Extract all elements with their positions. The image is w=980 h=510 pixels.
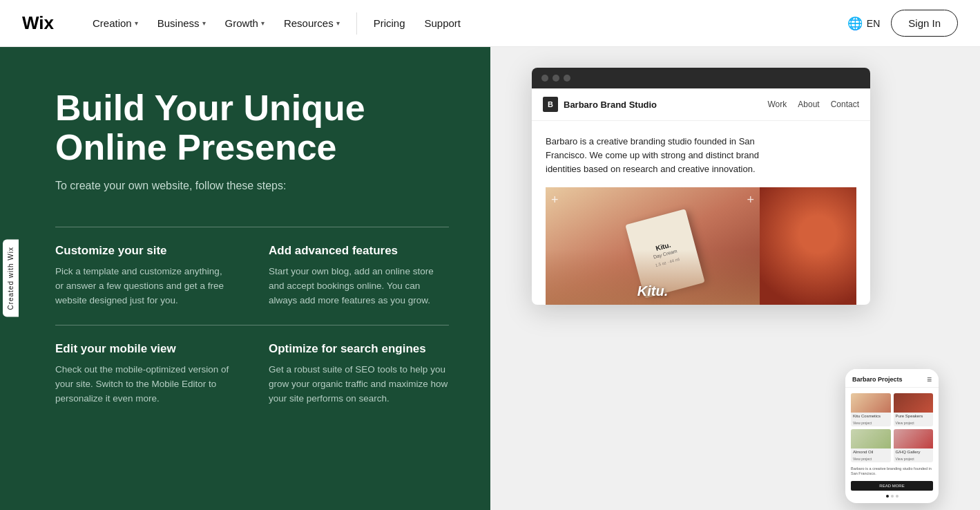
browser-dot-yellow xyxy=(553,75,559,82)
mobile-project-almond: Almond Oil View project xyxy=(851,429,891,462)
site-logo-box: B xyxy=(543,97,558,112)
plus-icon-left: + xyxy=(551,193,559,207)
feature-advanced: Add advanced features Start your own blo… xyxy=(252,227,449,325)
feature-seo: Optimize for search engines Get a robust… xyxy=(252,325,449,423)
feature-customize: Customize your site Pick a template and … xyxy=(55,227,252,325)
project-image-3 xyxy=(851,429,891,448)
project-label-2: Pure Speakers xyxy=(894,413,934,421)
project-label-1: Kitu Cosmetics xyxy=(851,413,891,421)
hamburger-icon: ≡ xyxy=(927,375,932,384)
feature-title: Customize your site xyxy=(55,244,230,258)
project-image-4 xyxy=(894,429,934,448)
nav-business[interactable]: Business ▾ xyxy=(149,12,214,35)
feature-desc: Check out the mobile-optimized version o… xyxy=(55,363,230,406)
site-images: + + Kitu. Day Cream 1.5 oz · 44 ml Kitu. xyxy=(546,187,856,305)
browser-dot-red xyxy=(541,75,548,82)
sign-in-button[interactable]: Sign In xyxy=(891,10,958,37)
project-link-4: View project xyxy=(894,457,934,462)
side-badge: Created with Wix xyxy=(3,240,19,317)
chevron-down-icon: ▾ xyxy=(336,19,340,27)
mobile-bio: Barbaro is a creative branding studio fo… xyxy=(851,466,933,477)
nav-divider xyxy=(356,12,357,35)
hero-panel: Created with Wix Build Your Unique Onlin… xyxy=(0,47,490,510)
main-layout: Created with Wix Build Your Unique Onlin… xyxy=(0,47,980,510)
feature-desc: Get a robust suite of SEO tools to help … xyxy=(269,363,449,406)
chevron-down-icon: ▾ xyxy=(135,19,138,27)
svg-text:Wix: Wix xyxy=(22,12,55,32)
logo[interactable]: Wix xyxy=(22,12,62,35)
side-badge-container: Created with Wix xyxy=(0,47,21,510)
plus-icon-right: + xyxy=(747,193,754,207)
hero-title: Build Your Unique Online Presence xyxy=(55,88,414,167)
site-main-image: + + Kitu. Day Cream 1.5 oz · 44 ml Kitu. xyxy=(546,187,760,305)
browser-dot-green xyxy=(564,75,570,82)
feature-mobile: Edit your mobile view Check out the mobi… xyxy=(55,325,252,423)
browser-bar xyxy=(532,68,870,88)
language-selector[interactable]: 🌐 EN xyxy=(847,16,880,31)
mobile-project-kitu: Kitu Cosmetics View project xyxy=(851,393,891,426)
chevron-down-icon: ▾ xyxy=(202,19,206,27)
nav-right: 🌐 EN Sign In xyxy=(847,10,958,37)
nav-pricing[interactable]: Pricing xyxy=(365,12,414,35)
nav-support[interactable]: Support xyxy=(416,12,470,35)
site-nav-work: Work xyxy=(768,100,787,109)
dot-2 xyxy=(891,495,894,498)
browser-mockup: B Barbaro Brand Studio Work About Contac… xyxy=(532,68,870,305)
features-grid: Customize your site Pick a template and … xyxy=(55,227,449,423)
nav-creation[interactable]: Creation ▾ xyxy=(84,12,146,35)
nav-resources[interactable]: Resources ▾ xyxy=(276,12,348,35)
preview-panel: B Barbaro Brand Studio Work About Contac… xyxy=(490,47,980,510)
feature-desc: Start your own blog, add an online store… xyxy=(269,265,449,308)
feature-title: Add advanced features xyxy=(269,244,449,258)
site-nav-contact: Contact xyxy=(831,100,859,109)
mobile-dots xyxy=(851,495,933,498)
site-nav-links: Work About Contact xyxy=(768,100,860,109)
project-label-3: Almond Oil xyxy=(851,448,891,457)
mobile-projects-grid: Kitu Cosmetics View project Pure Speaker… xyxy=(851,393,933,462)
project-link-3: View project xyxy=(851,457,891,462)
site-brand-name: Barbaro Brand Studio xyxy=(564,100,657,110)
hero-subtitle: To create your own website, follow these… xyxy=(55,180,449,192)
mobile-project-speakers: Pure Speakers View project xyxy=(894,393,934,426)
project-label-4: G/HQ Gallery xyxy=(894,448,934,457)
site-nav-about: About xyxy=(798,100,819,109)
site-nav: B Barbaro Brand Studio Work About Contac… xyxy=(532,88,870,121)
decorative-circles xyxy=(760,187,856,305)
mobile-project-ghq: G/HQ Gallery View project xyxy=(894,429,934,462)
nav-links: Creation ▾ Business ▾ Growth ▾ Resources… xyxy=(84,12,847,35)
globe-icon: 🌐 xyxy=(847,16,863,31)
project-image-1 xyxy=(851,393,891,413)
kitu-caption: Kitu. xyxy=(546,249,760,305)
mobile-brand-name: Barbaro Projects xyxy=(852,376,903,383)
site-tagline: Barbaro is a creative branding studio fo… xyxy=(546,135,767,176)
dot-1 xyxy=(886,495,889,498)
dot-3 xyxy=(896,495,899,498)
mobile-content: Kitu Cosmetics View project Pure Speaker… xyxy=(845,388,939,503)
mobile-mockup: Barbaro Projects ≡ Kitu Cosmetics View p… xyxy=(845,369,939,503)
project-link-1: View project xyxy=(851,421,891,426)
site-secondary-image xyxy=(760,187,856,305)
site-content: Barbaro is a creative branding studio fo… xyxy=(532,121,870,305)
nav-growth[interactable]: Growth ▾ xyxy=(217,12,273,35)
project-link-2: View project xyxy=(894,421,934,426)
project-image-2 xyxy=(894,393,934,413)
feature-desc: Pick a template and customize anything, … xyxy=(55,265,230,308)
chevron-down-icon: ▾ xyxy=(261,19,265,27)
feature-title: Edit your mobile view xyxy=(55,342,230,356)
mobile-bar: Barbaro Projects ≡ xyxy=(845,369,939,388)
mobile-read-more-button[interactable]: READ MORE xyxy=(851,481,933,491)
site-logo-area: B Barbaro Brand Studio xyxy=(543,97,657,112)
feature-title: Optimize for search engines xyxy=(269,342,449,356)
navbar: Wix Creation ▾ Business ▾ Growth ▾ Resou… xyxy=(0,0,980,47)
